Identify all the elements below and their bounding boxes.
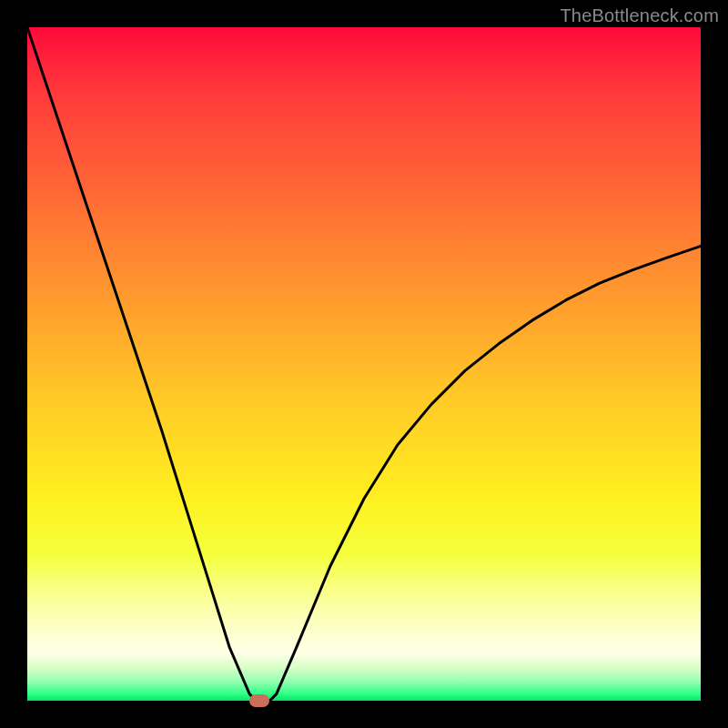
curve-svg bbox=[27, 27, 701, 701]
plot-area bbox=[27, 27, 701, 701]
bottleneck-curve bbox=[27, 27, 701, 701]
watermark-text: TheBottleneck.com bbox=[560, 5, 719, 26]
chart-stage: TheBottleneck.com bbox=[0, 0, 728, 728]
minimum-marker bbox=[249, 694, 269, 707]
